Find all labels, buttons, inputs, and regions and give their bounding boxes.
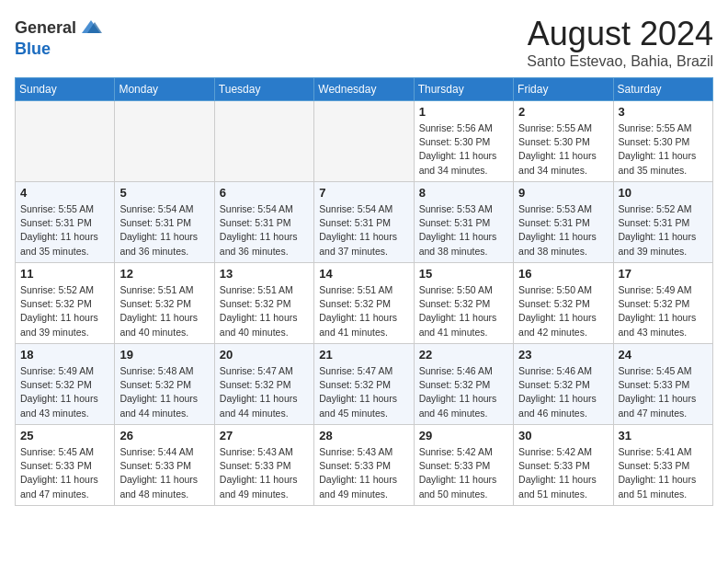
calendar-cell: 7Sunrise: 5:54 AM Sunset: 5:31 PM Daylig… [314, 182, 414, 263]
day-detail: Sunrise: 5:55 AM Sunset: 5:30 PM Dayligh… [518, 121, 608, 178]
calendar-cell: 20Sunrise: 5:47 AM Sunset: 5:32 PM Dayli… [214, 344, 313, 425]
calendar-cell: 9Sunrise: 5:53 AM Sunset: 5:31 PM Daylig… [514, 182, 613, 263]
day-detail: Sunrise: 5:41 AM Sunset: 5:33 PM Dayligh… [619, 445, 708, 501]
calendar-cell: 29Sunrise: 5:42 AM Sunset: 5:33 PM Dayli… [414, 425, 513, 506]
day-detail: Sunrise: 5:54 AM Sunset: 5:31 PM Dayligh… [319, 202, 408, 259]
calendar-week-row: 4Sunrise: 5:55 AM Sunset: 5:31 PM Daylig… [16, 182, 713, 263]
day-number: 7 [319, 186, 408, 200]
day-number: 19 [119, 348, 209, 362]
day-detail: Sunrise: 5:56 AM Sunset: 5:30 PM Dayligh… [419, 121, 508, 178]
calendar-cell: 24Sunrise: 5:45 AM Sunset: 5:33 PM Dayli… [613, 344, 712, 425]
day-number: 3 [619, 105, 708, 119]
title-block: August 2024 Santo Estevao, Bahia, Brazil [527, 15, 713, 70]
day-number: 27 [220, 429, 309, 442]
day-detail: Sunrise: 5:48 AM Sunset: 5:32 PM Dayligh… [119, 364, 209, 420]
day-number: 20 [220, 348, 309, 362]
day-detail: Sunrise: 5:43 AM Sunset: 5:33 PM Dayligh… [220, 445, 309, 501]
calendar-cell: 19Sunrise: 5:48 AM Sunset: 5:32 PM Dayli… [115, 344, 214, 425]
calendar-cell: 14Sunrise: 5:51 AM Sunset: 5:32 PM Dayli… [314, 263, 414, 344]
logo: General Blue [15, 15, 104, 58]
day-detail: Sunrise: 5:54 AM Sunset: 5:31 PM Dayligh… [220, 202, 309, 259]
day-number: 22 [419, 348, 508, 362]
day-detail: Sunrise: 5:42 AM Sunset: 5:33 PM Dayligh… [518, 445, 608, 501]
day-number: 17 [619, 267, 708, 281]
day-detail: Sunrise: 5:54 AM Sunset: 5:31 PM Dayligh… [119, 202, 209, 259]
calendar-cell: 31Sunrise: 5:41 AM Sunset: 5:33 PM Dayli… [613, 425, 712, 506]
weekday-header: Friday [514, 78, 613, 101]
logo-blue: Blue [15, 40, 51, 58]
day-detail: Sunrise: 5:55 AM Sunset: 5:30 PM Dayligh… [619, 121, 708, 178]
calendar-cell: 6Sunrise: 5:54 AM Sunset: 5:31 PM Daylig… [214, 182, 313, 263]
calendar-cell: 23Sunrise: 5:46 AM Sunset: 5:32 PM Dayli… [514, 344, 613, 425]
day-number: 9 [518, 186, 608, 200]
day-detail: Sunrise: 5:55 AM Sunset: 5:31 PM Dayligh… [20, 202, 109, 259]
day-detail: Sunrise: 5:53 AM Sunset: 5:31 PM Dayligh… [419, 202, 508, 259]
day-number: 5 [119, 186, 209, 200]
weekday-header: Thursday [414, 78, 513, 101]
page-title: August 2024 [527, 15, 713, 53]
day-detail: Sunrise: 5:45 AM Sunset: 5:33 PM Dayligh… [619, 364, 708, 420]
day-number: 23 [518, 348, 608, 362]
day-number: 21 [319, 348, 408, 362]
day-detail: Sunrise: 5:52 AM Sunset: 5:32 PM Dayligh… [20, 283, 109, 339]
calendar-body: 1Sunrise: 5:56 AM Sunset: 5:30 PM Daylig… [16, 101, 713, 506]
weekday-header: Wednesday [314, 78, 414, 101]
day-detail: Sunrise: 5:47 AM Sunset: 5:32 PM Dayligh… [319, 364, 408, 420]
day-number: 6 [220, 186, 309, 200]
calendar-cell [214, 101, 313, 182]
calendar-table: SundayMondayTuesdayWednesdayThursdayFrid… [15, 77, 713, 506]
day-detail: Sunrise: 5:51 AM Sunset: 5:32 PM Dayligh… [319, 283, 408, 339]
calendar-cell: 16Sunrise: 5:50 AM Sunset: 5:32 PM Dayli… [514, 263, 613, 344]
day-number: 25 [20, 429, 109, 442]
calendar-cell [16, 101, 115, 182]
weekday-header: Monday [115, 78, 214, 101]
day-detail: Sunrise: 5:51 AM Sunset: 5:32 PM Dayligh… [220, 283, 309, 339]
calendar-cell: 8Sunrise: 5:53 AM Sunset: 5:31 PM Daylig… [414, 182, 513, 263]
calendar-week-row: 18Sunrise: 5:49 AM Sunset: 5:32 PM Dayli… [16, 344, 713, 425]
calendar-week-row: 11Sunrise: 5:52 AM Sunset: 5:32 PM Dayli… [16, 263, 713, 344]
day-number: 30 [518, 429, 608, 442]
day-detail: Sunrise: 5:44 AM Sunset: 5:33 PM Dayligh… [119, 445, 209, 501]
day-detail: Sunrise: 5:51 AM Sunset: 5:32 PM Dayligh… [119, 283, 209, 339]
day-number: 4 [20, 186, 109, 200]
day-detail: Sunrise: 5:49 AM Sunset: 5:32 PM Dayligh… [20, 364, 109, 420]
day-detail: Sunrise: 5:43 AM Sunset: 5:33 PM Dayligh… [319, 445, 408, 501]
day-detail: Sunrise: 5:45 AM Sunset: 5:33 PM Dayligh… [20, 445, 109, 501]
calendar-cell [314, 101, 414, 182]
day-detail: Sunrise: 5:50 AM Sunset: 5:32 PM Dayligh… [419, 283, 508, 339]
day-number: 26 [119, 429, 209, 442]
calendar-cell: 13Sunrise: 5:51 AM Sunset: 5:32 PM Dayli… [214, 263, 313, 344]
day-number: 11 [20, 267, 109, 281]
weekday-header: Tuesday [214, 78, 313, 101]
calendar-cell: 11Sunrise: 5:52 AM Sunset: 5:32 PM Dayli… [16, 263, 115, 344]
day-number: 10 [619, 186, 708, 200]
day-detail: Sunrise: 5:49 AM Sunset: 5:32 PM Dayligh… [619, 283, 708, 339]
day-number: 13 [220, 267, 309, 281]
calendar-cell: 10Sunrise: 5:52 AM Sunset: 5:31 PM Dayli… [613, 182, 712, 263]
day-number: 24 [619, 348, 708, 362]
logo-general: General [15, 19, 76, 36]
calendar-cell: 26Sunrise: 5:44 AM Sunset: 5:33 PM Dayli… [115, 425, 214, 506]
logo-icon [78, 15, 104, 40]
calendar-cell: 22Sunrise: 5:46 AM Sunset: 5:32 PM Dayli… [414, 344, 513, 425]
day-detail: Sunrise: 5:52 AM Sunset: 5:31 PM Dayligh… [619, 202, 708, 259]
day-detail: Sunrise: 5:46 AM Sunset: 5:32 PM Dayligh… [518, 364, 608, 420]
day-number: 12 [119, 267, 209, 281]
calendar-week-row: 1Sunrise: 5:56 AM Sunset: 5:30 PM Daylig… [16, 101, 713, 182]
day-number: 2 [518, 105, 608, 119]
calendar-cell: 27Sunrise: 5:43 AM Sunset: 5:33 PM Dayli… [214, 425, 313, 506]
calendar-cell: 28Sunrise: 5:43 AM Sunset: 5:33 PM Dayli… [314, 425, 414, 506]
calendar-header-row: SundayMondayTuesdayWednesdayThursdayFrid… [16, 78, 713, 101]
calendar-cell: 4Sunrise: 5:55 AM Sunset: 5:31 PM Daylig… [16, 182, 115, 263]
day-number: 16 [518, 267, 608, 281]
calendar-cell: 3Sunrise: 5:55 AM Sunset: 5:30 PM Daylig… [613, 101, 712, 182]
calendar-cell: 5Sunrise: 5:54 AM Sunset: 5:31 PM Daylig… [115, 182, 214, 263]
calendar-cell: 2Sunrise: 5:55 AM Sunset: 5:30 PM Daylig… [514, 101, 613, 182]
day-detail: Sunrise: 5:47 AM Sunset: 5:32 PM Dayligh… [220, 364, 309, 420]
calendar-cell: 21Sunrise: 5:47 AM Sunset: 5:32 PM Dayli… [314, 344, 414, 425]
day-number: 31 [619, 429, 708, 442]
calendar-cell: 17Sunrise: 5:49 AM Sunset: 5:32 PM Dayli… [613, 263, 712, 344]
calendar-cell: 30Sunrise: 5:42 AM Sunset: 5:33 PM Dayli… [514, 425, 613, 506]
calendar-week-row: 25Sunrise: 5:45 AM Sunset: 5:33 PM Dayli… [16, 425, 713, 506]
calendar-cell: 25Sunrise: 5:45 AM Sunset: 5:33 PM Dayli… [16, 425, 115, 506]
